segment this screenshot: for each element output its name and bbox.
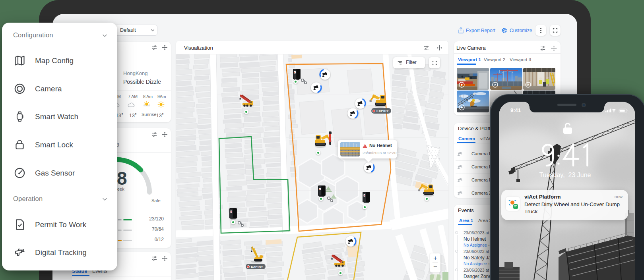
svg-text:K: K — [231, 211, 232, 213]
svg-text:K: K — [294, 71, 295, 73]
svg-text:K: K — [364, 195, 365, 197]
svg-text:K: K — [319, 188, 320, 190]
